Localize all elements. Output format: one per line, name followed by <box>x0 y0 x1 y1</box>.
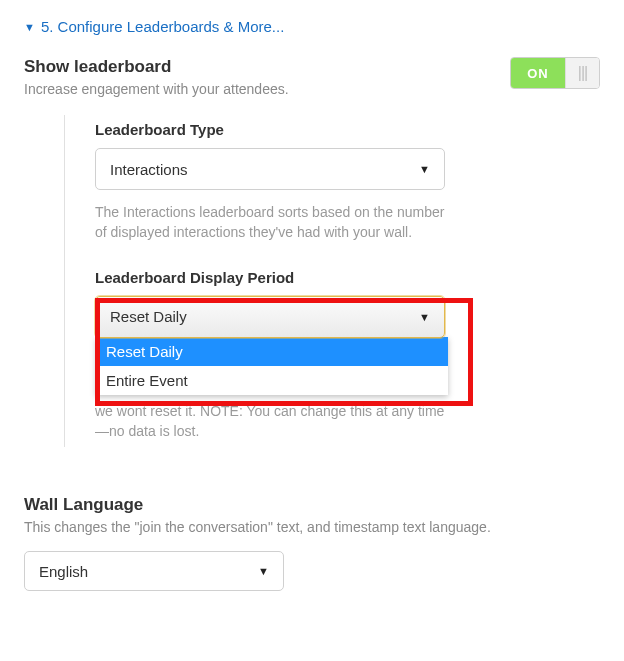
leaderboard-type-block: Leaderboard Type Interactions ▼ The Inte… <box>95 121 600 243</box>
display-period-dropdown-list: Reset Daily Entire Event <box>96 337 448 395</box>
wall-language-select[interactable]: English ▼ <box>24 551 284 591</box>
wall-language-subtitle: This changes the "join the conversation"… <box>24 519 600 535</box>
leaderboard-type-selected: Interactions <box>110 161 188 178</box>
leaderboard-toggle[interactable]: ON ||| <box>510 57 600 89</box>
settings-page: ▼ 5. Configure Leaderboards & More... Sh… <box>0 0 624 661</box>
show-leaderboard-row: Show leaderboard Increase engagement wit… <box>24 57 600 97</box>
leaderboard-type-label: Leaderboard Type <box>95 121 600 138</box>
show-leaderboard-text: Show leaderboard Increase engagement wit… <box>24 57 289 97</box>
wall-language-selected: English <box>39 563 88 580</box>
display-period-dropdown-wrap: Reset Daily ▼ Reset Daily Entire Event <box>95 296 600 395</box>
leaderboard-type-help: The Interactions leaderboard sorts based… <box>95 202 455 243</box>
wall-language-title: Wall Language <box>24 495 600 515</box>
section-title: 5. Configure Leaderboards & More... <box>41 18 284 35</box>
leaderboard-settings-indent: Leaderboard Type Interactions ▼ The Inte… <box>64 115 600 447</box>
display-period-option-reset-daily[interactable]: Reset Daily <box>96 337 448 366</box>
display-period-block: Leaderboard Display Period Reset Daily ▼… <box>95 269 600 442</box>
collapse-triangle-icon: ▼ <box>24 21 35 33</box>
display-period-help-trailing: we wont reset it. NOTE: You can change t… <box>95 401 455 442</box>
display-period-selected: Reset Daily <box>110 308 187 325</box>
caret-down-icon: ▼ <box>419 311 430 323</box>
caret-down-icon: ▼ <box>258 565 269 577</box>
leaderboard-type-select[interactable]: Interactions ▼ <box>95 148 445 190</box>
caret-down-icon: ▼ <box>419 163 430 175</box>
toggle-on-label: ON <box>511 58 565 88</box>
display-period-select[interactable]: Reset Daily ▼ <box>95 296 445 338</box>
show-leaderboard-subtitle: Increase engagement with your attendees. <box>24 81 289 97</box>
display-period-option-entire-event[interactable]: Entire Event <box>96 366 448 395</box>
toggle-grip-icon: ||| <box>565 58 599 88</box>
display-period-label: Leaderboard Display Period <box>95 269 600 286</box>
section-header-configure-leaderboards[interactable]: ▼ 5. Configure Leaderboards & More... <box>24 18 600 35</box>
wall-language-block: Wall Language This changes the "join the… <box>24 495 600 591</box>
show-leaderboard-title: Show leaderboard <box>24 57 289 77</box>
